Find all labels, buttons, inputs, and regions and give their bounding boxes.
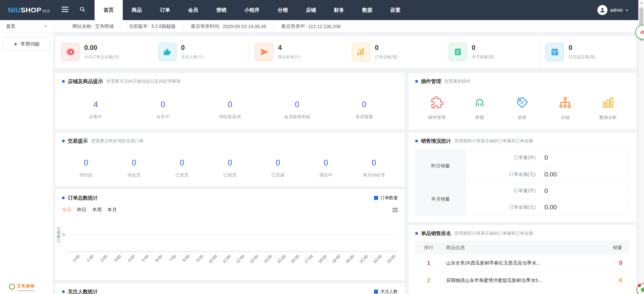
last-login-time-value: 2020-05-23 14:05:45 (223, 24, 266, 29)
legend-square-icon (374, 290, 378, 294)
tab-this-week[interactable]: 本周 (92, 207, 102, 213)
metric-order-count: 订单量(件) 0 (466, 183, 629, 199)
nav-item-data[interactable]: 数据 (353, 0, 381, 20)
plugin-groupbuy-item[interactable]: 拼团 (458, 96, 501, 121)
breadcrumb: 首页 (6, 23, 15, 29)
metric-label: 订单量(件) (495, 155, 536, 161)
stat-value: 0 (375, 44, 397, 52)
plugin-bargain-item[interactable]: 砍价 (501, 96, 544, 121)
tab-this-month[interactable]: 本月 (107, 207, 117, 213)
nav-item-miniprogram[interactable]: 小程序 (235, 0, 269, 20)
shop-tips-panel: 店铺及商品提示 您需要关注的店铺信息以及待处理事项 4 出售中 0 仓库中 0 … (55, 73, 405, 129)
nav-item-marketing[interactable]: 营销 (207, 0, 235, 20)
product-title[interactable]: 辰颐物语山东羊角蜜博洋蜜甜瓜新鲜当季水5... (442, 278, 599, 284)
metric-value: 0 (158, 158, 206, 167)
nav-item-shop[interactable]: 店铺 (297, 0, 325, 20)
metric-pending-replies[interactable]: 0 待回复咨询 (196, 100, 263, 120)
stat-today-order-amount[interactable]: ¥ 0.00 今日订单总金额(元) (55, 36, 152, 68)
brand-tagline (17, 290, 35, 291)
column-rank: 排行 (415, 245, 442, 251)
vertical-scrollbar[interactable]: ▲ ▼ (638, 0, 644, 294)
chart-period-tabs: 今日 昨日 本周 本月 (62, 206, 398, 214)
metric-withdraw-review[interactable]: 0 会员提现审核 (264, 100, 331, 120)
metric-shipped[interactable]: 0 已发货 (158, 158, 206, 178)
sidebar-breadcrumb-dropdown[interactable]: 首页 ▼ (0, 20, 53, 33)
metric-label: 退款中 (302, 172, 350, 178)
last-login-ip-info: 最后登录IP: 112.12.100.209 (274, 20, 348, 32)
metric-order-amount: 订单金额(元) 0.00 (466, 199, 629, 215)
metric-pending-payment[interactable]: 0 待付款 (62, 158, 110, 178)
metric-refunding[interactable]: 0 退款中 (302, 158, 350, 178)
period-label: 昨日销量 (416, 150, 466, 182)
stat-followers[interactable]: 0 关注人数(个) (152, 36, 249, 68)
stat-label: 本月销量(笔) (472, 54, 494, 60)
right-column: 插件管理 您需要的插件 插件管理 拼团 (409, 73, 636, 294)
nav-item-settings[interactable]: 设置 (381, 0, 410, 20)
chart-toolbox-icon[interactable] (392, 207, 398, 213)
user-name: admin (610, 7, 623, 13)
info-bar: 网站名称: 艾奇商城 当前版本: 3.2.8旗舰版 最后登录时间: 2020-0… (54, 20, 638, 33)
network-icon (558, 104, 572, 110)
metric-aftersale-pending[interactable]: 0 售后待处理 (350, 158, 398, 178)
plugin-analytics-item[interactable]: 数据分析 (587, 96, 630, 121)
ranking-row-1[interactable]: 1 山东全美2K西瓜新鲜早春红玉西瓜应当季水... 0 (415, 254, 630, 272)
user-menu[interactable]: admin ▼ (597, 5, 629, 15)
nav-item-home[interactable]: 首页 (95, 0, 123, 20)
ranking-table-header: 排行 商品信息 销量 (415, 241, 630, 254)
logo-part-1: NIU (8, 6, 21, 14)
panel-title: 交易提示 (68, 138, 88, 144)
metric-value: 0.00 (544, 171, 557, 178)
sales-value: 0 (599, 278, 630, 284)
clipboard-icon (449, 43, 467, 61)
metric-value: 0.00 (544, 204, 557, 211)
plugin-manager-panel: 插件管理 您需要的插件 插件管理 拼团 (409, 73, 636, 129)
search-button[interactable] (74, 0, 91, 20)
floating-widget-bottom[interactable] (637, 283, 644, 294)
section-dot-icon (415, 232, 418, 235)
panel-subtitle: 您需要的插件 (444, 78, 471, 84)
stat-month-sales[interactable]: 0 本月销量(笔) (442, 36, 539, 68)
ranking-row-3[interactable]: 3 (415, 289, 630, 294)
nav-item-finance[interactable]: 财务 (325, 0, 353, 20)
product-title[interactable]: 山东全美2K西瓜新鲜早春红玉西瓜应当季水... (442, 260, 599, 266)
stat-goods-published[interactable]: 4 商品发布(个) (249, 36, 346, 68)
app-logo[interactable]: NIU SHOP V3.0 (0, 6, 56, 14)
order-chart: 订单统计 0 0:001:002:003:004:005:006:007:008… (62, 216, 398, 279)
nav-item-members[interactable]: 会员 (179, 0, 207, 20)
menu-toggle-button[interactable] (56, 0, 74, 20)
stat-label: 订单总数(笔) (375, 54, 397, 60)
stat-total-orders[interactable]: 0 订单总数(笔) (345, 36, 442, 68)
legend-square-icon (374, 196, 378, 200)
metric-value: 0 (302, 158, 350, 167)
trade-tips-panel: 交易提示 您需要立即处理的交易订单 0 待付款 0 待发货 0 已发货 (55, 133, 405, 186)
metric-on-sale[interactable]: 4 出售中 (62, 100, 129, 120)
plugin-distribution-item[interactable]: 分销 (544, 96, 587, 121)
scroll-up-arrow-icon[interactable]: ▲ (639, 0, 644, 6)
legend-label: 订单数量 (380, 195, 398, 201)
metric-completed[interactable]: 0 已完成 (254, 158, 302, 178)
main-content: ¥ 0.00 今日订单总金额(元) 0 关注人数(个) (54, 33, 638, 294)
metric-value: 0 (254, 158, 302, 167)
panel-title: 店铺及商品提示 (68, 78, 103, 85)
tab-yesterday[interactable]: 昨日 (77, 207, 87, 213)
calendar-icon (546, 43, 564, 61)
stat-completed-trades[interactable]: 0 已完成交易(笔) (539, 36, 636, 68)
nav-item-goods[interactable]: 商品 (123, 0, 151, 20)
version-label: 当前版本: (129, 23, 149, 29)
metric-pending-shipment[interactable]: 0 待发货 (110, 158, 158, 178)
metric-received[interactable]: 0 已收货 (206, 158, 254, 178)
yuan-coin-icon: ¥ (61, 43, 79, 61)
tab-today[interactable]: 今日 (62, 207, 71, 213)
nav-item-orders[interactable]: 订单 (151, 0, 179, 20)
metric-stock-warning[interactable]: 0 库存预警 (331, 100, 398, 120)
add-button-label: 常用功能 (20, 41, 39, 47)
nav-item-distribution[interactable]: 分销 (269, 0, 297, 20)
sales-row-this-month: 本月销量 订单量(件) 0 订单金额(元) 0.00 (416, 182, 629, 215)
metric-label: 待回复咨询 (196, 114, 263, 120)
plugin-manager-item[interactable]: 插件管理 (415, 96, 458, 121)
add-common-functions-button[interactable]: + 常用功能 (3, 38, 50, 51)
metric-in-warehouse[interactable]: 0 仓库中 (129, 100, 196, 120)
price-tag-icon (516, 104, 529, 110)
ranking-row-2[interactable]: 2 辰颐物语山东羊角蜜博洋蜜甜瓜新鲜当季水5... 0 (415, 272, 630, 289)
metric-label: 库存预警 (331, 114, 398, 120)
